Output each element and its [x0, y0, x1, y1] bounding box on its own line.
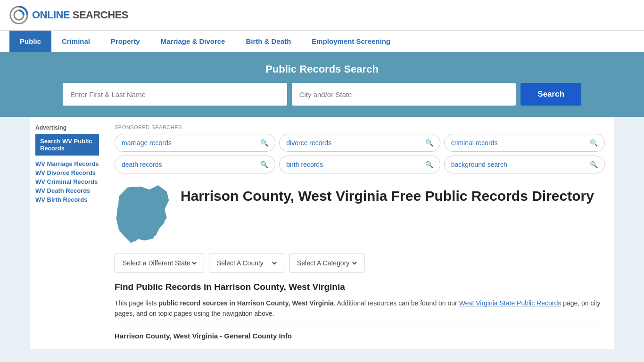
state-dropdown[interactable]: Select a Different State: [115, 254, 204, 272]
search-pill[interactable]: background search🔍: [444, 156, 605, 173]
search-pill[interactable]: death records🔍: [115, 156, 275, 173]
county-title: Harrison County, West Virginia Free Publ…: [181, 188, 594, 205]
general-info-title: Harrison County, West Virginia - General…: [115, 332, 605, 340]
logo-text: ONLINE SEARCHES: [32, 9, 128, 21]
location-input[interactable]: [292, 83, 516, 106]
nav-link[interactable]: Criminal: [51, 31, 100, 52]
desc-bold: public record sources in Harrison County…: [158, 299, 333, 307]
nav-item-property[interactable]: Property: [100, 31, 150, 52]
nav-item-birth---death[interactable]: Birth & Death: [235, 31, 301, 52]
search-button[interactable]: Search: [520, 83, 581, 106]
nav-link[interactable]: Marriage & Divorce: [150, 31, 236, 52]
search-pills: marriage records🔍divorce records🔍crimina…: [115, 134, 605, 173]
search-pill[interactable]: birth records🔍: [279, 156, 440, 173]
name-input[interactable]: [63, 83, 287, 106]
pill-label: marriage records: [122, 139, 172, 147]
header: ONLINE SEARCHES: [0, 0, 644, 30]
nav-link[interactable]: Property: [100, 31, 150, 52]
nav-link[interactable]: Birth & Death: [235, 31, 301, 52]
find-title: Find Public Records in Harrison County, …: [115, 282, 605, 292]
pill-label: death records: [122, 161, 162, 168]
sidebar-link[interactable]: WV Birth Records: [35, 196, 99, 203]
content-area: SPONSORED SEARCHES marriage records🔍divo…: [105, 117, 614, 349]
desc-link[interactable]: West Virginia State Public Records: [459, 299, 561, 307]
pill-label: background search: [451, 161, 507, 168]
pill-label: divorce records: [286, 139, 331, 147]
nav-link[interactable]: Public: [9, 31, 51, 52]
search-icon: 🔍: [590, 139, 598, 147]
search-icon: 🔍: [425, 139, 433, 147]
wv-map: [115, 183, 171, 244]
search-banner: Public Records Search Search: [0, 52, 644, 117]
main-wrapper: Advertising Search WV Public Records WV …: [30, 117, 614, 349]
main-nav: PublicCriminalPropertyMarriage & Divorce…: [0, 30, 644, 52]
nav-item-marriage---divorce[interactable]: Marriage & Divorce: [150, 31, 236, 52]
sidebar-link[interactable]: WV Death Records: [35, 187, 99, 194]
search-pill[interactable]: divorce records🔍: [279, 134, 440, 152]
category-dropdown[interactable]: Select A Category: [289, 254, 364, 272]
sidebar-link[interactable]: WV Divorce Records: [35, 169, 99, 176]
sidebar-ad-label: Advertising: [35, 124, 99, 131]
banner-title: Public Records Search: [9, 63, 635, 75]
section-description: This page lists public record sources in…: [115, 298, 605, 319]
sidebar-ad-box[interactable]: Search WV Public Records: [35, 134, 99, 156]
county-select[interactable]: Select A County: [215, 259, 278, 267]
search-icon: 🔍: [260, 139, 268, 147]
sidebar-links: WV Marriage RecordsWV Divorce RecordsWV …: [35, 160, 99, 203]
search-icon: 🔍: [590, 161, 598, 168]
state-select[interactable]: Select a Different State: [121, 259, 198, 267]
nav-item-public[interactable]: Public: [9, 31, 51, 52]
section-divider: [115, 327, 605, 327]
sidebar: Advertising Search WV Public Records WV …: [30, 117, 105, 349]
desc-part1: This page lists: [115, 299, 158, 307]
category-select[interactable]: Select A Category: [295, 259, 358, 267]
nav-link[interactable]: Employment Screening: [301, 31, 401, 52]
pill-label: criminal records: [451, 139, 498, 147]
pill-label: birth records: [286, 161, 323, 168]
sidebar-link[interactable]: WV Criminal Records: [35, 178, 99, 185]
county-header: Harrison County, West Virginia Free Publ…: [115, 183, 605, 244]
desc-part2: . Additional resources can be found on o…: [333, 299, 459, 307]
search-icon: 🔍: [260, 161, 268, 168]
search-pill[interactable]: marriage records🔍: [115, 134, 275, 152]
dropdowns: Select a Different State Select A County…: [115, 254, 605, 272]
county-dropdown[interactable]: Select A County: [209, 254, 284, 272]
search-pill[interactable]: criminal records🔍: [444, 134, 605, 152]
logo-online: ONLINE: [32, 9, 70, 21]
logo-icon: [9, 6, 28, 25]
logo-searches: SEARCHES: [73, 9, 128, 21]
search-icon: 🔍: [425, 161, 433, 168]
search-fields: Search: [63, 83, 581, 106]
logo: ONLINE SEARCHES: [9, 6, 128, 25]
sidebar-link[interactable]: WV Marriage Records: [35, 160, 99, 167]
sponsored-label: SPONSORED SEARCHES: [115, 122, 605, 130]
nav-item-employment-screening[interactable]: Employment Screening: [301, 31, 401, 52]
nav-item-criminal[interactable]: Criminal: [51, 31, 100, 52]
